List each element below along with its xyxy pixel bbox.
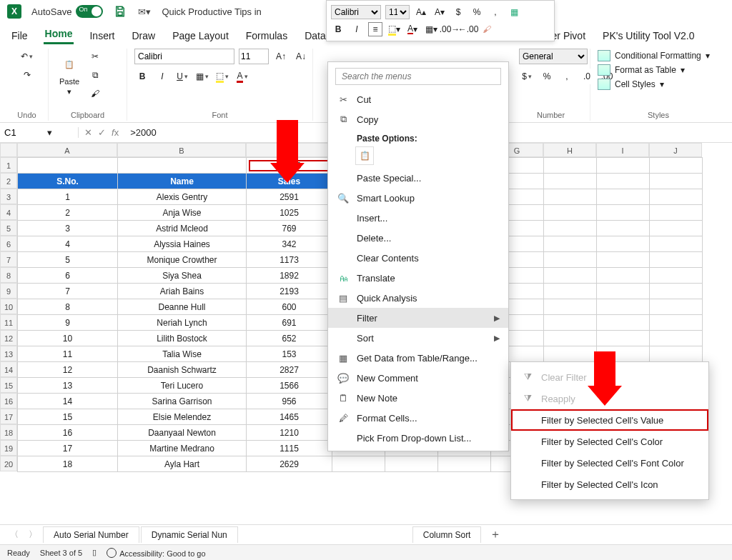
copy-icon[interactable]: ⧉ xyxy=(87,67,103,83)
row-header[interactable]: 3 xyxy=(0,189,17,204)
macro-rec-icon[interactable]: ▯ xyxy=(92,548,97,557)
shrink-font-icon[interactable]: A↓ xyxy=(293,49,309,64)
align-icon[interactable]: ≡ xyxy=(368,22,382,36)
name-box[interactable] xyxy=(4,127,47,138)
border-icon[interactable]: ▦▾ xyxy=(424,22,438,36)
ctx-clear[interactable]: Clear Contents xyxy=(328,248,508,268)
row-header[interactable]: 7 xyxy=(0,251,17,267)
tab-file[interactable]: File xyxy=(10,27,29,44)
ctx-paste-special[interactable]: Paste Special... xyxy=(328,168,508,188)
tab-insert[interactable]: Insert xyxy=(88,27,116,44)
ctx-filter[interactable]: Filter▶ xyxy=(328,308,508,328)
row-header[interactable]: 12 xyxy=(0,330,17,346)
ctx-delete[interactable]: Delete... xyxy=(328,228,508,248)
ctx-insert[interactable]: Insert... xyxy=(328,208,508,228)
sheet-tab[interactable]: Auto Serial Number xyxy=(43,526,139,543)
fill-color-button[interactable]: ⬚ xyxy=(214,69,230,84)
tab-formulas[interactable]: Formulas xyxy=(244,27,289,44)
row-header[interactable]: 14 xyxy=(0,361,17,377)
comma-icon[interactable]: , xyxy=(488,5,503,19)
row-header[interactable]: 4 xyxy=(0,204,17,220)
enter-fx-icon[interactable]: ✓ xyxy=(98,127,106,138)
sheet-tab[interactable]: Dynamic Serial Nun xyxy=(141,526,238,543)
col-header[interactable]: J xyxy=(649,143,702,157)
comma-button[interactable]: , xyxy=(559,69,575,84)
ctx-get-data[interactable]: ▦Get Data from Table/Range... xyxy=(328,348,508,368)
dec-decimal-icon[interactable]: .00→ xyxy=(442,22,457,36)
ctx-new-note[interactable]: 🗒New Note xyxy=(328,388,508,408)
add-sheet-icon[interactable]: ＋ xyxy=(483,527,508,542)
row-header[interactable]: 10 xyxy=(0,299,17,314)
ctx-cut[interactable]: ✂Cut xyxy=(328,89,508,109)
italic-button[interactable]: I xyxy=(154,69,170,84)
table-icon[interactable]: ▦ xyxy=(507,5,521,19)
cancel-fx-icon[interactable]: ✕ xyxy=(84,127,92,138)
fx-icon[interactable]: fx xyxy=(112,127,119,138)
increase-font-icon[interactable]: A▴ xyxy=(414,5,428,19)
row-header[interactable]: 20 xyxy=(0,456,17,471)
font-color-icon[interactable]: A▾ xyxy=(405,22,420,36)
row-header[interactable]: 5 xyxy=(0,220,17,236)
ctx-pick-list[interactable]: Pick From Drop-down List... xyxy=(328,428,508,448)
decrease-font-icon[interactable]: A▾ xyxy=(432,5,447,19)
cut-icon[interactable]: ✂ xyxy=(87,49,103,64)
row-header[interactable]: 8 xyxy=(0,267,17,283)
bold-button[interactable]: B xyxy=(134,69,150,84)
sub-filter-font-color[interactable]: Filter by Selected Cell's Font Color xyxy=(511,452,708,474)
paste-button[interactable]: 📋 Paste▾ xyxy=(56,53,83,98)
row-header[interactable]: 16 xyxy=(0,393,17,409)
sub-filter-value[interactable]: Filter by Selected Cell's Value xyxy=(511,409,708,431)
painter-icon[interactable]: 🖌 xyxy=(87,86,103,101)
col-header[interactable]: I xyxy=(596,143,649,157)
row-headers[interactable]: 1234567891011121314151617181920 xyxy=(0,157,17,472)
autosave-toggle[interactable]: On xyxy=(76,5,103,18)
save-icon[interactable] xyxy=(113,4,127,19)
sheet-prev-icon[interactable]: 〈 xyxy=(6,529,23,541)
format-painter-icon[interactable]: 🖌 xyxy=(480,22,494,36)
row-header[interactable]: 13 xyxy=(0,346,17,361)
accessibility-status[interactable]: Accessibility: Good to go xyxy=(107,548,205,558)
cond-fmt-button[interactable]: Conditional Formatting ▾ xyxy=(598,49,719,63)
paste-option-icon[interactable]: 📋 xyxy=(355,146,374,165)
ctx-format-cells[interactable]: 🖉Format Cells... xyxy=(328,408,508,428)
undo-button[interactable]: ↶ xyxy=(19,49,35,64)
percent-button[interactable]: % xyxy=(539,69,555,84)
row-header[interactable]: 17 xyxy=(0,409,17,424)
inc-decimal-icon[interactable]: ←.00 xyxy=(461,22,475,36)
row-header[interactable]: 18 xyxy=(0,424,17,440)
ctx-smart-lookup[interactable]: 🔍Smart Lookup xyxy=(328,188,508,208)
currency-icon[interactable]: $ xyxy=(451,5,465,19)
row-header[interactable]: 11 xyxy=(0,314,17,330)
number-format-combo[interactable]: General xyxy=(519,49,588,64)
tab-data[interactable]: Data xyxy=(303,27,327,44)
row-header[interactable]: 2 xyxy=(0,173,17,189)
row-header[interactable]: 6 xyxy=(0,236,17,251)
italic-icon[interactable]: I xyxy=(350,22,364,36)
mini-font-size[interactable]: 11 xyxy=(385,5,410,19)
mini-font-name[interactable]: Calibri xyxy=(331,5,381,19)
bold-icon[interactable]: B xyxy=(331,22,345,36)
ctx-copy[interactable]: ⧉Copy xyxy=(328,109,508,129)
menu-search-input[interactable] xyxy=(335,68,501,85)
fmt-table-button[interactable]: Format as Table ▾ xyxy=(598,63,719,77)
ctx-new-comment[interactable]: 💬New Comment xyxy=(328,368,508,388)
tab-home[interactable]: Home xyxy=(44,25,74,44)
col-header[interactable]: A xyxy=(17,143,117,157)
redo-button[interactable]: ↷ xyxy=(19,67,35,83)
sheet-tab[interactable]: Column Sort xyxy=(412,526,482,543)
tab-draw[interactable]: Draw xyxy=(130,27,157,44)
ctx-sort[interactable]: Sort▶ xyxy=(328,328,508,348)
row-header[interactable]: 19 xyxy=(0,440,17,456)
col-header[interactable]: B xyxy=(117,143,246,157)
percent-icon[interactable]: % xyxy=(470,5,484,19)
font-size-combo[interactable] xyxy=(239,49,269,64)
col-header[interactable]: H xyxy=(543,143,596,157)
underline-button[interactable]: U xyxy=(174,69,190,84)
row-header[interactable]: 1 xyxy=(0,157,17,173)
tab-pagelayout[interactable]: Page Layout xyxy=(171,27,230,44)
ctx-translate[interactable]: 🗛Translate xyxy=(328,268,508,288)
row-header[interactable]: 9 xyxy=(0,283,17,299)
sub-filter-icon[interactable]: Filter by Selected Cell's Icon xyxy=(511,474,708,495)
accounting-icon[interactable]: $ xyxy=(519,69,535,84)
font-color-button[interactable]: A xyxy=(234,69,250,84)
